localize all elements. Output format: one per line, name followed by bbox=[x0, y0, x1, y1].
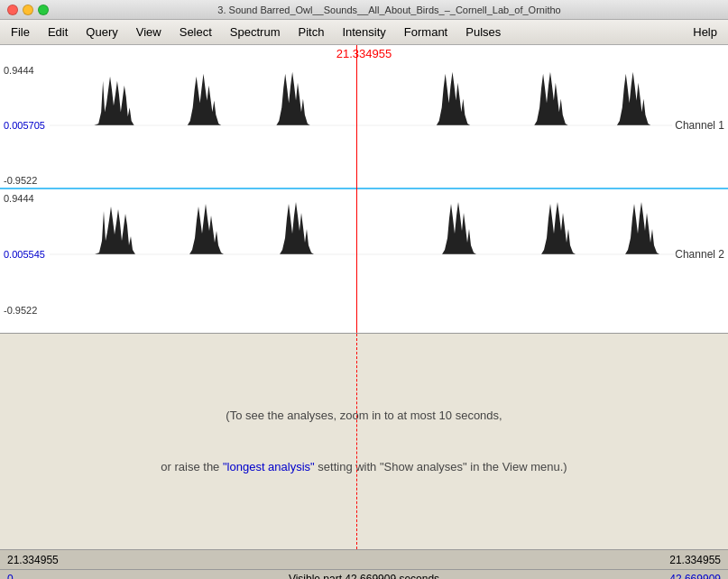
menu-pitch[interactable]: Pitch bbox=[290, 23, 334, 41]
window-title: 3. Sound Barred_Owl__Sounds__All_About_B… bbox=[58, 5, 721, 15]
minimize-button[interactable] bbox=[23, 5, 33, 15]
ch2-label: Channel 2 bbox=[675, 248, 724, 261]
menu-query[interactable]: Query bbox=[77, 23, 126, 41]
ch1-amp-mid: 0.005705 bbox=[4, 120, 45, 131]
channel2-container: 0.9444 0.005545 -0.9522 Channel 2 bbox=[0, 191, 728, 317]
timebar-right: 21.334955 bbox=[669, 554, 721, 566]
menu-edit[interactable]: Edit bbox=[39, 23, 77, 41]
menu-select[interactable]: Select bbox=[170, 23, 221, 41]
analysis-cursor-line bbox=[356, 334, 357, 549]
time-bar: 21.334955 21.334955 bbox=[0, 550, 728, 570]
visible-bar-right: 42.669909 bbox=[669, 573, 721, 580]
cursor-line bbox=[356, 45, 357, 333]
titlebar: 3. Sound Barred_Owl__Sounds__All_About_B… bbox=[0, 0, 728, 20]
main-content: 21.334955 0.9444 0.005705 -0.9522 Channe… bbox=[0, 45, 728, 550]
close-button[interactable] bbox=[7, 5, 18, 15]
analysis-area[interactable]: (To see the analyses, zoom in to at most… bbox=[0, 334, 728, 550]
maximize-button[interactable] bbox=[38, 5, 49, 15]
analysis-line1: (To see the analyses, zoom in to at most… bbox=[226, 409, 502, 422]
menu-intensity[interactable]: Intensity bbox=[333, 23, 394, 41]
menu-formant[interactable]: Formant bbox=[395, 23, 456, 41]
ch2-waveform bbox=[50, 191, 681, 317]
timebar-left: 21.334955 bbox=[7, 554, 59, 566]
analysis-text: (To see the analyses, zoom in to at most… bbox=[161, 403, 567, 481]
ch1-label: Channel 1 bbox=[675, 119, 724, 132]
menu-file[interactable]: File bbox=[2, 23, 39, 41]
menu-pulses[interactable]: Pulses bbox=[456, 23, 510, 41]
menubar: File Edit Query View Select Spectrum Pit… bbox=[0, 20, 728, 45]
ch1-amp-top: 0.9444 bbox=[4, 65, 34, 76]
menu-view[interactable]: View bbox=[127, 23, 170, 41]
visible-bar: 0 Visible part 42.669909 seconds 42.6699… bbox=[0, 570, 728, 579]
ch2-amp-top: 0.9444 bbox=[4, 193, 34, 204]
ch2-amp-bot: -0.9522 bbox=[4, 305, 37, 316]
visible-bar-left: 0 bbox=[7, 573, 14, 580]
ch1-amp-bot: -0.9522 bbox=[4, 175, 37, 186]
ch2-amp-mid: 0.005545 bbox=[4, 249, 45, 260]
menu-help[interactable]: Help bbox=[684, 23, 726, 41]
analysis-line2: or raise the "longest analysis" setting … bbox=[161, 460, 567, 473]
waveform-area[interactable]: 21.334955 0.9444 0.005705 -0.9522 Channe… bbox=[0, 45, 728, 334]
traffic-lights bbox=[7, 5, 49, 15]
channel1-container: 0.9444 0.005705 -0.9522 Channel 1 bbox=[0, 63, 728, 189]
ch1-waveform bbox=[50, 63, 672, 188]
cursor-time-label: 21.334955 bbox=[0, 47, 728, 60]
menu-spectrum[interactable]: Spectrum bbox=[221, 23, 290, 41]
visible-bar-center: Visible part 42.669909 seconds bbox=[0, 573, 728, 580]
